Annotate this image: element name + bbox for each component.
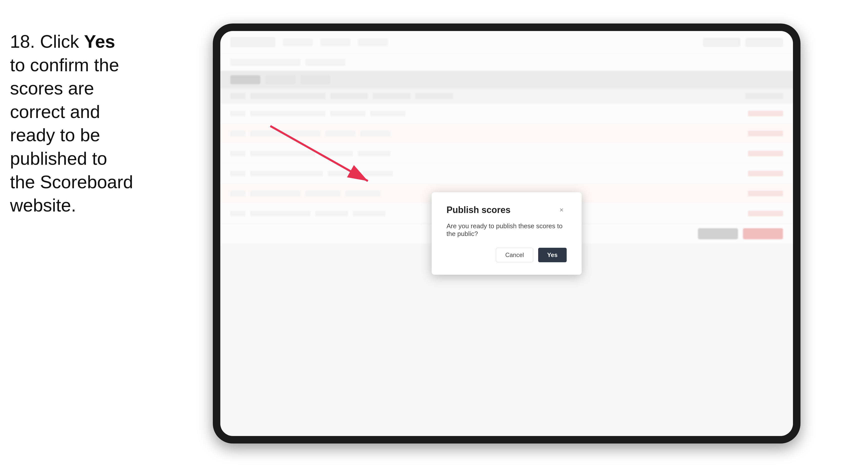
modal-header: Publish scores × — [446, 205, 567, 215]
tablet-wrapper: Publish scores × Are you ready to publis… — [145, 24, 868, 443]
modal-body-text: Are you ready to publish these scores to… — [446, 222, 567, 238]
yes-emphasis: Yes — [84, 31, 115, 52]
cancel-button[interactable]: Cancel — [496, 248, 533, 262]
modal-footer: Cancel Yes — [446, 248, 567, 262]
modal-overlay: Publish scores × Are you ready to publis… — [220, 31, 793, 436]
instruction-part1: Click — [35, 31, 84, 52]
instruction-part2: to confirm the scores are correct and re… — [10, 55, 133, 216]
step-number: 18. — [10, 31, 35, 52]
tablet-screen: Publish scores × Are you ready to publis… — [220, 31, 793, 436]
tablet-device: Publish scores × Are you ready to publis… — [213, 24, 801, 443]
yes-button[interactable]: Yes — [538, 248, 566, 262]
modal-close-button[interactable]: × — [557, 205, 567, 215]
instruction-text: 18. Click Yes to confirm the scores are … — [0, 15, 145, 232]
publish-scores-modal: Publish scores × Are you ready to publis… — [432, 192, 582, 275]
modal-title: Publish scores — [446, 205, 510, 215]
